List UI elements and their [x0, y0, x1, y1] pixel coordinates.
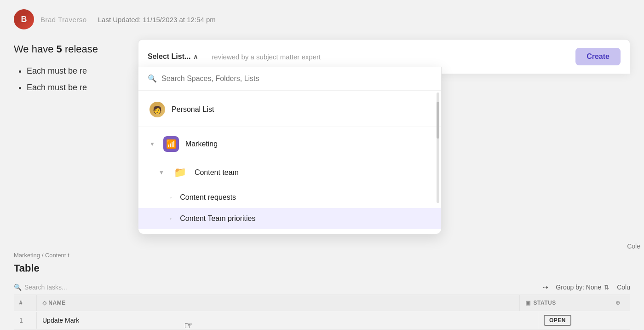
chevron-content-team: ▼ [159, 169, 164, 176]
chevron-up-icon: ∧ [193, 53, 198, 60]
marketing-icon: 📶 [163, 136, 179, 152]
list-item-content-requests[interactable]: ◦ Content requests [138, 187, 441, 208]
dropdown-items: 🧑 Personal List ▼ 📶 Marketing ▼ 📁 Conten… [138, 91, 441, 234]
personal-list-label: Personal List [172, 105, 214, 114]
content-requests-label: Content requests [180, 193, 236, 202]
select-list-label[interactable]: Select List... ∧ [148, 52, 198, 61]
chevron-marketing: ▼ [150, 141, 155, 147]
list-item-personal[interactable]: 🧑 Personal List [138, 95, 441, 124]
dropdown-list: 🔍 🧑 Personal List ▼ 📶 Marketing ▼ 📁 Cont [138, 67, 442, 234]
scroll-thumb [437, 102, 439, 139]
reviewed-text: reviewed by a subject matter expert [198, 53, 575, 61]
personal-avatar-img: 🧑 [153, 105, 162, 114]
dropdown-search-input[interactable] [161, 75, 432, 83]
select-list-text: Select List... [148, 52, 190, 61]
chevron-content-requests: ◦ [170, 194, 172, 201]
content-team-label: Content team [195, 168, 239, 177]
dropdown-search[interactable]: 🔍 [138, 67, 441, 91]
dropdown-search-icon: 🔍 [148, 74, 157, 83]
section-divider [138, 127, 441, 127]
folder-icon-symbol: 📁 [174, 167, 186, 179]
marketing-icon-symbol: 📶 [166, 139, 176, 149]
folder-icon: 📁 [172, 165, 188, 180]
personal-avatar: 🧑 [150, 102, 165, 117]
marketing-label: Marketing [185, 140, 218, 148]
list-item-content-team[interactable]: ▼ 📁 Content team [138, 158, 441, 187]
list-item-content-priorities[interactable]: ◦ Content Team priorities [138, 208, 441, 229]
content-priorities-label: Content Team priorities [180, 214, 255, 223]
scroll-bar[interactable] [437, 93, 439, 203]
create-button[interactable]: Create [575, 48, 621, 65]
list-item-marketing[interactable]: ▼ 📶 Marketing [138, 130, 441, 158]
chevron-content-priorities: ◦ [170, 215, 172, 222]
